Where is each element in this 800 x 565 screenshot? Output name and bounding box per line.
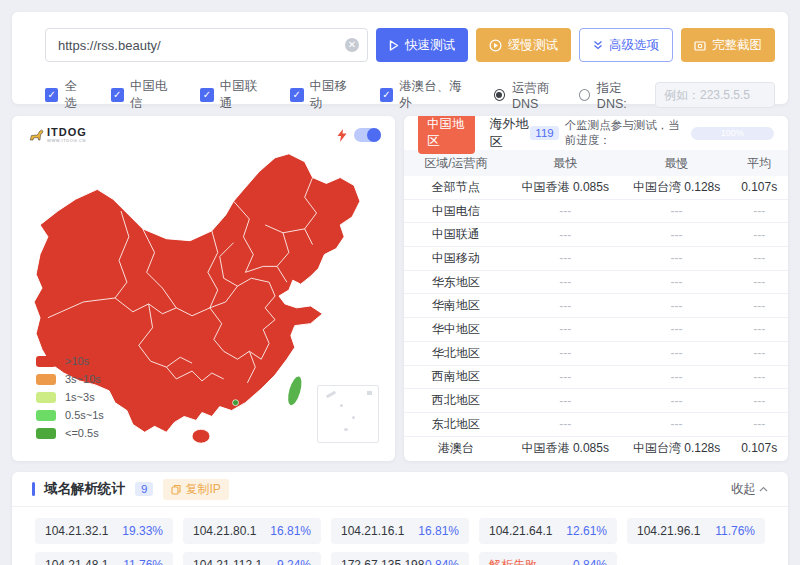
checkbox-select-all[interactable]: ✓ 全选 — [45, 78, 89, 112]
quick-test-button[interactable]: 快速测试 — [376, 28, 468, 62]
table-row: 华东地区--------- — [404, 271, 788, 295]
col-region: 区域/运营商 — [404, 155, 508, 172]
dns-entry: 104.21.16.116.81% — [331, 518, 469, 544]
tab-overseas-region[interactable]: 海外地区 — [489, 116, 530, 151]
copy-ip-label: 复制IP — [185, 481, 220, 498]
table-row: 华南地区--------- — [404, 294, 788, 318]
dns-entry: 104.21.96.111.76% — [627, 518, 765, 544]
dns-entry: 104.21.48.111.76% — [35, 552, 173, 565]
table-row: 华北地区--------- — [404, 342, 788, 366]
custom-dns-input[interactable] — [655, 82, 775, 108]
table-row: 全部节点中国香港 0.085s中国台湾 0.128s0.107s — [404, 176, 788, 200]
checkbox-label: 港澳台、海外 — [399, 78, 471, 112]
itdog-logo: ITDOG WWW.ITDOG.CN — [29, 127, 87, 143]
table-row: 西南地区--------- — [404, 366, 788, 390]
toolbar-card: ✕ 快速测试 缓慢测试 高级选项 完整截图 ✓ 全选 ✓ 中国电信 ✓ — [12, 12, 788, 104]
checkbox-overseas[interactable]: ✓ 港澳台、海外 — [380, 78, 472, 112]
radio-custom-dns[interactable] — [579, 89, 590, 101]
carrier-dns-label: 运营商DNS — [512, 80, 572, 111]
dns-count-badge: 9 — [135, 482, 153, 496]
legend-item: >10s — [36, 355, 104, 367]
legend-swatch — [36, 374, 56, 385]
col-slowest: 最慢 — [623, 155, 731, 172]
table-row: 中国电信--------- — [404, 200, 788, 224]
toggle-knob — [367, 128, 381, 142]
results-table-header: 区域/运营商 最快 最慢 平均 — [404, 150, 788, 176]
table-row: 东北地区--------- — [404, 413, 788, 437]
checkbox-label: 中国联通 — [220, 78, 268, 112]
legend-label: 3s~10s — [65, 373, 101, 385]
quick-test-label: 快速测试 — [405, 37, 455, 54]
hainan-island[interactable] — [192, 429, 210, 443]
legend-swatch — [36, 410, 56, 421]
dns-entry: 104.21.112.19.24% — [183, 552, 321, 565]
table-row: 中国移动--------- — [404, 247, 788, 271]
progress-bar: 100% — [691, 127, 774, 140]
radio-carrier-dns[interactable] — [494, 89, 505, 101]
legend-item: 0.5s~1s — [36, 409, 104, 421]
legend-item: 3s~10s — [36, 373, 104, 385]
url-input[interactable] — [45, 28, 368, 62]
dns-options: 运营商DNS 指定DNS: — [494, 80, 775, 111]
dns-stats-title: 域名解析统计 — [44, 480, 125, 498]
collapse-button[interactable]: 收起 — [731, 481, 768, 498]
advanced-options-label: 高级选项 — [609, 37, 659, 54]
test-progress-meta: 119 个监测点参与测试，当前进度： 100% — [530, 118, 774, 148]
map-card: ITDOG WWW.ITDOG.CN >10s 3s~10s 1s~3s 0.5… — [12, 116, 395, 461]
legend-swatch — [36, 356, 56, 367]
checkbox-china-mobile[interactable]: ✓ 中国移动 — [290, 78, 358, 112]
copy-icon — [171, 484, 181, 495]
legend-item: 1s~3s — [36, 391, 104, 403]
dns-entry: 104.21.64.112.61% — [479, 518, 617, 544]
checkbox-checked-icon: ✓ — [111, 88, 125, 102]
advanced-options-button[interactable]: 高级选项 — [579, 28, 673, 62]
table-row: 港澳台中国香港 0.085s中国台湾 0.128s0.107s — [404, 437, 788, 461]
logo-title: ITDOG — [47, 127, 87, 138]
checkbox-label: 中国电信 — [130, 78, 178, 112]
dns-entry-failed: 解析失败0.84% — [479, 552, 617, 565]
checkbox-china-unicom[interactable]: ✓ 中国联通 — [200, 78, 268, 112]
map-mode-toggle[interactable] — [354, 128, 381, 142]
legend-swatch — [36, 428, 56, 439]
monitor-count-badge: 119 — [530, 126, 558, 140]
taiwan-island[interactable] — [285, 375, 304, 406]
dns-entry: 104.21.80.116.81% — [183, 518, 321, 544]
legend-item: <=0.5s — [36, 427, 104, 439]
table-row: 华中地区--------- — [404, 318, 788, 342]
legend-label: 0.5s~1s — [65, 409, 104, 421]
lightning-icon[interactable] — [337, 129, 347, 142]
title-accent-bar — [32, 482, 35, 496]
checkbox-checked-icon: ✓ — [200, 88, 214, 102]
south-china-sea-inset — [317, 385, 379, 443]
checkbox-china-telecom[interactable]: ✓ 中国电信 — [111, 78, 179, 112]
tab-china-region[interactable]: 中国地区 — [418, 116, 475, 154]
dns-entry-list: 104.21.32.119.33% 104.21.80.116.81% 104.… — [12, 507, 788, 565]
col-average: 平均 — [730, 155, 788, 172]
checkbox-checked-icon: ✓ — [290, 88, 304, 102]
chevron-up-icon — [759, 486, 768, 492]
screenshot-icon — [694, 40, 706, 51]
legend-label: >10s — [65, 355, 89, 367]
url-row: ✕ 快速测试 缓慢测试 高级选项 完整截图 — [45, 28, 775, 62]
slow-test-label: 缓慢测试 — [508, 37, 558, 54]
legend-swatch — [36, 392, 56, 403]
double-chevron-down-icon — [593, 40, 603, 50]
checkbox-label: 中国移动 — [310, 78, 358, 112]
progress-text: 个监测点参与测试，当前进度： — [565, 118, 687, 148]
dns-stats-header: 域名解析统计 9 复制IP 收起 — [12, 472, 788, 506]
custom-dns-label: 指定DNS: — [597, 80, 648, 111]
full-screenshot-label: 完整截图 — [712, 37, 762, 54]
collapse-label: 收起 — [731, 481, 756, 498]
dog-icon — [29, 129, 44, 142]
circle-play-icon — [489, 39, 502, 52]
legend-label: 1s~3s — [65, 391, 95, 403]
map-legend: >10s 3s~10s 1s~3s 0.5s~1s <=0.5s — [36, 355, 104, 445]
clear-input-icon[interactable]: ✕ — [345, 38, 359, 52]
progress-label: 100% — [691, 127, 774, 140]
full-screenshot-button[interactable]: 完整截图 — [681, 28, 775, 62]
copy-ip-button[interactable]: 复制IP — [163, 479, 228, 500]
slow-test-button[interactable]: 缓慢测试 — [476, 28, 571, 62]
checkbox-checked-icon: ✓ — [380, 88, 394, 102]
logo-subtitle: WWW.ITDOG.CN — [47, 139, 87, 143]
dns-entry: 172.67.135.1980.84% — [331, 552, 469, 565]
